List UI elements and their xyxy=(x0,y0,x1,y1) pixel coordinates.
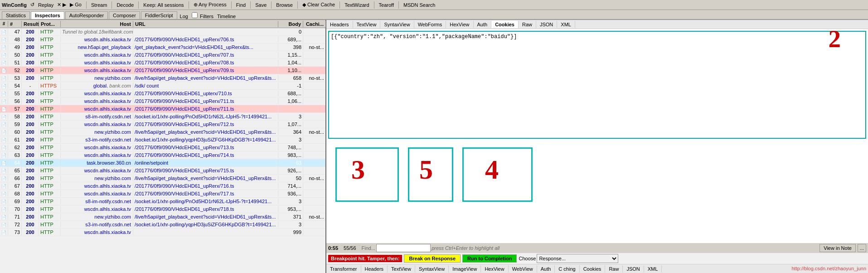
tab-inspectors[interactable]: Inspectors xyxy=(31,11,64,19)
filters-checkbox[interactable]: Filters xyxy=(192,12,213,19)
table-row[interactable]: 📄 68 200 HTTP wscdn.alhls.xiaoka.tv /201… xyxy=(0,190,325,198)
save-button[interactable]: Save xyxy=(253,2,268,8)
tab-textview[interactable]: TextView xyxy=(353,21,381,28)
table-row[interactable]: 📄 58 200 HTTP s8-im-notify.csdn.net /soc… xyxy=(0,113,325,121)
row-num: 64 xyxy=(8,160,22,166)
clear-cache-button[interactable]: ◆ Clear Cache xyxy=(301,1,337,8)
tab-raw[interactable]: Raw xyxy=(519,21,536,28)
col-cache[interactable]: Cachi... xyxy=(303,21,326,27)
tab-cookies[interactable]: Cookies xyxy=(491,21,519,28)
table-row[interactable]: 📄 51 200 HTTP wscdn.alhls.xiaoka.tv /201… xyxy=(0,59,325,67)
row-proto: HTTP xyxy=(39,175,61,181)
table-row[interactable]: 📄 59 200 HTTP wscdn.alhls.xiaoka.tv /201… xyxy=(0,121,325,128)
table-row[interactable]: 📄 50 200 HTTP wscdn.alhls.xiaoka.tv /201… xyxy=(0,51,325,59)
row-body: 1,07... xyxy=(278,121,303,127)
find-input[interactable] xyxy=(376,244,431,252)
more-button[interactable]: ... xyxy=(858,244,866,252)
break-on-response-button[interactable]: Break on Response xyxy=(404,254,461,263)
row-num: 57 xyxy=(8,106,22,112)
table-row[interactable]: 📄 53 200 HTTP new.yizhibo.com /live/h5ap… xyxy=(0,74,325,82)
tab-headers[interactable]: Headers xyxy=(326,21,353,28)
table-row[interactable]: 📄 47 200 HTTP Tunnel to global.18wifiban… xyxy=(0,28,325,36)
msdn-button[interactable]: MSDN Search xyxy=(402,2,437,8)
table-row[interactable]: 📄 62 200 HTTP wscdn.alhls.xiaoka.tv /201… xyxy=(0,144,325,151)
col-result[interactable]: Result xyxy=(22,21,39,27)
btab-syntaxview[interactable]: SyntaxView xyxy=(415,265,449,273)
tab-fiddlerscript[interactable]: FiddlerScript xyxy=(141,11,177,19)
table-row[interactable]: 📄 67 200 HTTP wscdn.alhls.xiaoka.tv /201… xyxy=(0,182,325,190)
tab-xml[interactable]: XML xyxy=(557,21,575,28)
row-icon-cell: 📄 xyxy=(0,83,8,89)
table-row[interactable]: 📄 70 200 HTTP wscdn.alhls.xiaoka.tv /201… xyxy=(0,205,325,213)
table-row[interactable]: 📄 71 200 HTTP new.yizhibo.com /live/h5ap… xyxy=(0,213,325,221)
table-row[interactable]: 📄 72 200 HTTP s3-im-notify.csdn.net /soc… xyxy=(0,221,325,229)
btab-raw[interactable]: Raw xyxy=(605,265,623,273)
tab-syntaxview[interactable]: SyntaxView xyxy=(380,21,414,28)
table-row[interactable]: 📄 55 200 HTTP wscdn.alhls.xiaoka.tv /201… xyxy=(0,90,325,98)
col-url[interactable]: URL xyxy=(133,21,278,27)
btab-cookies[interactable]: Cookies xyxy=(580,265,606,273)
row-num: 68 xyxy=(8,190,22,197)
textwizard-button[interactable]: TextWizard xyxy=(343,2,371,8)
table-row[interactable]: 📄 60 200 HTTP new.yizhibo.com /live/h5ap… xyxy=(0,128,325,136)
any-process-button[interactable]: ⊕ Any Process xyxy=(192,1,228,8)
tab-json[interactable]: JSON xyxy=(536,21,557,28)
btab-hexview[interactable]: HexView xyxy=(481,265,508,273)
tab-transformer[interactable]: Transformer xyxy=(326,265,361,273)
replay-button[interactable]: Replay xyxy=(36,2,55,8)
btab-textview[interactable]: TextView xyxy=(388,265,415,273)
table-row[interactable]: 📄 65 200 HTTP wscdn.alhls.xiaoka.tv /201… xyxy=(0,167,325,175)
stream-button[interactable]: Stream xyxy=(89,2,109,8)
table-row[interactable]: 📄 49 200 HTTP new.h5api.get_playback /ge… xyxy=(0,44,325,51)
table-row[interactable]: 📄 54 - HTTPS global. bank.com /sdk/ coun… xyxy=(0,82,325,90)
separator7 xyxy=(271,1,272,9)
table-row[interactable]: 📄 66 200 HTTP new.yizhibo.com /live/h5ap… xyxy=(0,175,325,182)
upper-tab-bar: Statistics Inspectors AutoResponder Comp… xyxy=(0,10,868,20)
tab-webforms[interactable]: WebForms xyxy=(414,21,446,28)
row-icon-cell: 📄 xyxy=(0,59,8,66)
tearoff-button[interactable]: Tearoff xyxy=(377,2,396,8)
tab-composer[interactable]: Composer xyxy=(109,11,140,19)
table-row[interactable]: 📄 61 200 HTTP s3-im-notify.csdn.net /soc… xyxy=(0,136,325,144)
table-row[interactable]: 📄 69 200 HTTP s8-im-notify.csdn.net /soc… xyxy=(0,198,325,205)
btab-caching[interactable]: C ching xyxy=(555,265,579,273)
col-num[interactable]: # xyxy=(8,21,22,27)
tab-hexview[interactable]: HexView xyxy=(446,21,473,28)
table-row[interactable]: 📄 64 200 HTTP task.browser.360.cn /onlin… xyxy=(0,159,325,167)
find-button[interactable]: Find xyxy=(234,2,247,8)
tab-statistics[interactable]: Statistics xyxy=(2,11,30,19)
col-icon[interactable]: # xyxy=(0,21,8,27)
response-select[interactable]: Response... xyxy=(537,254,618,263)
col-host[interactable]: Host xyxy=(61,21,133,27)
timeline-tab[interactable]: Timeline xyxy=(217,14,236,19)
tab-autoresponder[interactable]: AutoResponder xyxy=(65,11,108,19)
table-row[interactable]: 📄 63 200 HTTP wscdn.alhls.xiaoka.tv /201… xyxy=(0,151,325,159)
btab-json[interactable]: JSON xyxy=(623,265,644,273)
run-to-completion-button[interactable]: Run to Completion xyxy=(462,254,517,263)
col-body[interactable]: Body xyxy=(278,21,303,27)
table-row[interactable]: 📄 52 200 HTTP wscdn.alhls.xiaoka.tv /201… xyxy=(0,67,325,74)
decode-button[interactable]: Decode xyxy=(115,2,136,8)
row-body: 3 xyxy=(278,198,303,205)
table-row[interactable]: 📄 56 200 HTTP wscdn.alhls.xiaoka.tv /201… xyxy=(0,98,325,105)
go-button[interactable]: ▶ Go xyxy=(68,1,83,8)
browse-button[interactable]: Browse xyxy=(274,2,295,8)
keep-button[interactable]: Keep: All sessions xyxy=(141,2,185,8)
btab-auth[interactable]: Auth xyxy=(537,265,555,273)
btab-webview[interactable]: WebView xyxy=(509,265,537,273)
row-result: 200 xyxy=(22,98,39,104)
btab-xml[interactable]: XML xyxy=(644,265,662,273)
log-tab[interactable]: Log xyxy=(180,14,188,19)
col-proto[interactable]: Prot... xyxy=(39,21,61,27)
row-body: 936,... xyxy=(278,190,303,197)
row-body: 689,... xyxy=(278,36,303,43)
table-row[interactable]: 📄 48 200 HTTP wscdn.alhls.xiaoka.tv /201… xyxy=(0,36,325,44)
annotation-box-4 xyxy=(462,147,533,202)
btab-headers[interactable]: Headers xyxy=(361,265,388,273)
tab-auth[interactable]: Auth xyxy=(474,21,492,28)
table-row[interactable]: 📄 73 200 HTTP wscdn.alhls.xiaoka.tv 999 xyxy=(0,229,325,236)
table-row[interactable]: 📄 57 200 HTTP wscdn.alhls.xiaoka.tv /201… xyxy=(0,105,325,113)
view-note-button[interactable]: View in Note xyxy=(820,244,856,252)
row-host: wscdn.alhls.xiaoka.tv xyxy=(61,167,133,174)
btab-imageview[interactable]: ImageView xyxy=(449,265,481,273)
